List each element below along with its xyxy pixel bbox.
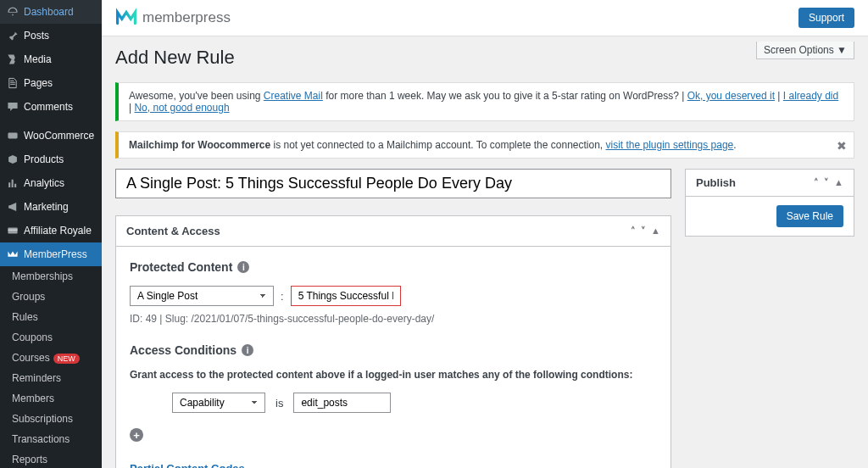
box-toggle-actions: ˄ ˅ ▲: [631, 226, 660, 237]
media-icon: [7, 53, 19, 65]
notice-mailchimp: Mailchimp for Woocommerce is not yet con…: [115, 131, 854, 159]
sidebar-item-media[interactable]: Media: [0, 47, 102, 71]
submenu-rules[interactable]: Rules: [0, 307, 102, 327]
sidebar-item-comments[interactable]: Comments: [0, 95, 102, 119]
logo-icon: [115, 7, 137, 29]
comment-icon: [7, 101, 19, 113]
access-conditions-heading: Access Conditions: [130, 343, 236, 357]
sidebar-item-affiliate[interactable]: Affiliate Royale: [0, 219, 102, 242]
condition-type-select[interactable]: Capability: [172, 393, 265, 413]
submenu-reports[interactable]: Reports: [0, 449, 102, 468]
sidebar-item-dashboard[interactable]: Dashboard: [0, 0, 102, 24]
sidebar-item-woocommerce[interactable]: WooCommerce: [0, 124, 102, 148]
move-down-icon[interactable]: ˅: [641, 226, 646, 237]
move-down-icon[interactable]: ˅: [824, 177, 829, 188]
pin-icon: [7, 30, 19, 42]
publish-title: Publish: [696, 176, 736, 189]
sidebar-item-marketing[interactable]: Marketing: [0, 195, 102, 219]
add-condition-button[interactable]: +: [130, 428, 143, 442]
publish-box: Publish ˄ ˅ ▲ Save Rule: [685, 169, 854, 237]
info-icon[interactable]: i: [237, 261, 249, 273]
sidebar-item-analytics[interactable]: Analytics: [0, 171, 102, 195]
memberpress-icon: [7, 248, 19, 260]
link-rate-ok[interactable]: Ok, you deserved it: [687, 90, 775, 102]
link-plugin-settings[interactable]: visit the plugin settings page: [606, 139, 734, 151]
sidebar-item-pages[interactable]: Pages: [0, 71, 102, 95]
sidebar-item-products[interactable]: Products: [0, 148, 102, 171]
move-up-icon[interactable]: ˄: [631, 226, 636, 237]
woo-icon: [7, 130, 19, 142]
submenu-coupons[interactable]: Coupons: [0, 327, 102, 348]
info-icon[interactable]: i: [242, 344, 253, 356]
submenu-members[interactable]: Members: [0, 388, 102, 409]
content-type-select[interactable]: A Single Post: [130, 286, 274, 306]
submenu-reminders[interactable]: Reminders: [0, 368, 102, 388]
content-title-input[interactable]: [291, 286, 401, 306]
save-rule-button[interactable]: Save Rule: [776, 205, 843, 227]
dashboard-icon: [7, 6, 19, 18]
brand-name: memberpress: [142, 9, 231, 26]
admin-sidebar: Dashboard Posts Media Pages Comments Woo…: [0, 0, 102, 468]
protected-content-heading: Protected Content: [130, 260, 232, 274]
rule-title-input[interactable]: [115, 169, 671, 198]
top-bar: memberpress Support: [102, 0, 868, 36]
sidebar-item-posts[interactable]: Posts: [0, 24, 102, 47]
partial-content-codes-link[interactable]: Partial Content Codes: [130, 462, 657, 468]
submenu-transactions[interactable]: Transactions: [0, 429, 102, 449]
support-button[interactable]: Support: [798, 8, 854, 28]
is-label: is: [275, 397, 283, 410]
brand-logo: memberpress: [115, 7, 231, 29]
condition-value-input[interactable]: [293, 393, 391, 413]
svg-rect-2: [8, 230, 17, 231]
chart-icon: [7, 177, 19, 189]
box-icon: [7, 153, 19, 165]
content-meta: ID: 49 | Slug: /2021/01/07/5-things-succ…: [130, 313, 434, 325]
collapse-icon[interactable]: ▲: [651, 226, 660, 237]
link-rate-already[interactable]: I already did: [783, 90, 838, 102]
screen-options-toggle[interactable]: Screen Options ▼: [756, 42, 854, 59]
submenu-subscriptions[interactable]: Subscriptions: [0, 409, 102, 429]
notice-creative-mail: Awesome, you've been using Creative Mail…: [115, 82, 854, 121]
page-title: Add New Rule: [115, 43, 854, 82]
sidebar-item-memberpress[interactable]: MemberPress: [0, 242, 102, 266]
box-title: Content & Access: [126, 225, 220, 237]
link-creative-mail[interactable]: Creative Mail: [264, 90, 323, 102]
content-access-box: Content & Access ˄ ˅ ▲ Protected Content…: [115, 215, 671, 468]
submenu-courses[interactable]: CoursesNEW: [0, 348, 102, 368]
card-icon: [7, 225, 19, 237]
colon-label: :: [281, 290, 284, 303]
submenu-groups[interactable]: Groups: [0, 287, 102, 307]
access-hint: Grant access to the protected content ab…: [130, 369, 657, 381]
dismiss-icon[interactable]: ✖: [837, 139, 847, 153]
collapse-icon[interactable]: ▲: [834, 177, 843, 188]
link-rate-no[interactable]: No, not good enough: [134, 102, 229, 114]
move-up-icon[interactable]: ˄: [814, 177, 819, 188]
svg-rect-0: [8, 133, 17, 139]
megaphone-icon: [7, 201, 19, 213]
page-icon: [7, 77, 19, 89]
submenu-memberships[interactable]: Memberships: [0, 266, 102, 287]
